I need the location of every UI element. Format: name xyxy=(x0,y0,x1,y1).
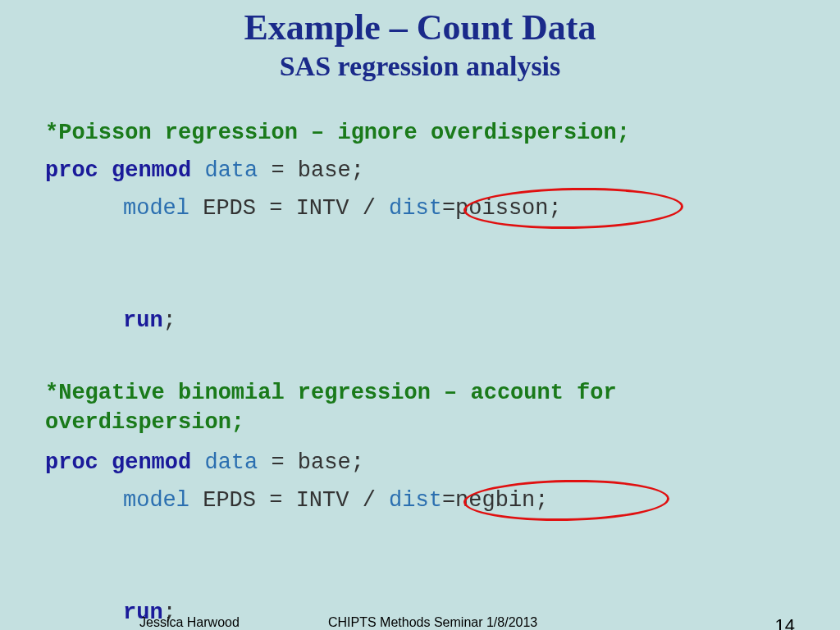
code-text: = base; xyxy=(258,450,364,475)
code-text: EPDS = INTV / xyxy=(189,196,389,221)
code-text: =poisson; xyxy=(442,196,562,221)
sas-comment: *Poisson regression – ignore overdispers… xyxy=(45,121,630,145)
code-text: =negbin; xyxy=(442,488,549,513)
proc-keyword: proc genmod xyxy=(45,450,191,475)
code-listing: *Poisson regression – ignore overdispers… xyxy=(0,82,840,630)
run-line: run; xyxy=(45,303,795,340)
code-text: EPDS = INTV / xyxy=(189,488,389,513)
slide-subtitle: SAS regression analysis xyxy=(0,51,840,81)
dist-keyword: dist xyxy=(389,196,442,221)
model-keyword: model xyxy=(123,488,189,513)
comment-line: *Poisson regression – ignore overdispers… xyxy=(45,115,795,153)
proc-line: proc genmod data = base; xyxy=(45,445,795,482)
data-option: data xyxy=(191,158,258,183)
code-text: = base; xyxy=(258,158,364,183)
blank-line xyxy=(45,340,795,378)
proc-keyword: proc genmod xyxy=(45,158,191,183)
data-option: data xyxy=(191,450,258,475)
footer-event: CHIPTS Methods Seminar 1/8/2013 xyxy=(328,615,537,630)
slide: Example – Count Data SAS regression anal… xyxy=(0,0,840,630)
model-line: model EPDS = INTV / dist=negbin; xyxy=(45,482,795,596)
page-number: 14 xyxy=(775,615,795,630)
sas-comment: *Negative binomial regression – account … xyxy=(45,381,617,435)
run-keyword: run xyxy=(123,308,163,333)
model-keyword: model xyxy=(123,196,189,221)
comment-line: *Negative binomial regression – account … xyxy=(45,378,795,438)
footer-author: Jessica Harwood xyxy=(139,615,240,630)
model-line: model EPDS = INTV / dist=poisson; xyxy=(45,190,795,304)
slide-title: Example – Count Data xyxy=(0,8,840,48)
title-block: Example – Count Data SAS regression anal… xyxy=(0,0,840,82)
proc-line: proc genmod data = base; xyxy=(45,153,795,190)
code-text: ; xyxy=(163,308,176,333)
dist-keyword: dist xyxy=(389,488,442,513)
